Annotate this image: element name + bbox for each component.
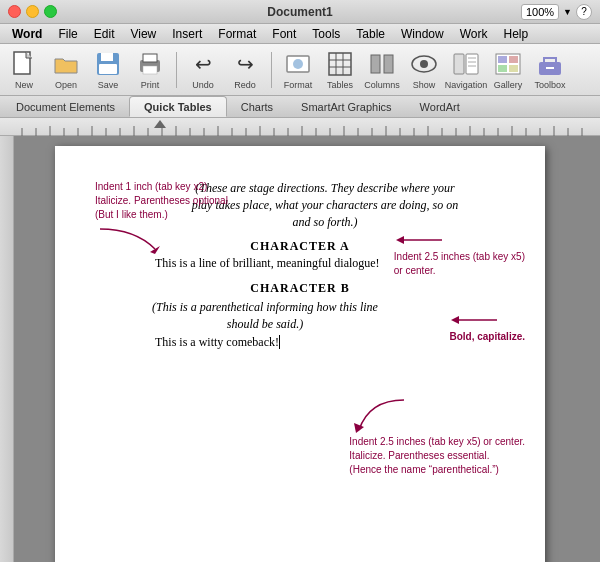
columns-button[interactable]: Columns	[362, 47, 402, 93]
svg-rect-2	[101, 53, 113, 61]
gallery-label: Gallery	[494, 80, 523, 90]
navigation-icon	[452, 50, 480, 78]
character-b-name: CHARACTER B	[95, 280, 505, 297]
annotation-arrow-container	[349, 395, 525, 435]
print-button[interactable]: Print	[130, 47, 170, 93]
tables-icon	[326, 50, 354, 78]
save-button[interactable]: Save	[88, 47, 128, 93]
new-button[interactable]: New	[4, 47, 44, 93]
annotation-right-text-3b: Italicize. Parentheses essential.	[349, 449, 525, 463]
annotation-text-3: (But I like them.)	[95, 208, 228, 222]
zoom-dropdown-icon[interactable]: ▼	[563, 7, 572, 17]
arrow-icon-2	[449, 310, 499, 330]
menu-insert[interactable]: Insert	[164, 25, 210, 43]
tab-charts[interactable]: Charts	[227, 96, 287, 117]
undo-label: Undo	[192, 80, 214, 90]
navigation-label: Navigation	[445, 80, 488, 90]
new-label: New	[15, 80, 33, 90]
tables-button[interactable]: Tables	[320, 47, 360, 93]
print-icon	[136, 50, 164, 78]
annotation-text-1: Indent 1 inch (tab key x2)	[95, 180, 228, 194]
columns-icon	[368, 50, 396, 78]
tab-wordart[interactable]: WordArt	[406, 96, 474, 117]
toolbar-separator-2	[271, 52, 272, 88]
minimize-button[interactable]	[26, 5, 39, 18]
menu-view[interactable]: View	[122, 25, 164, 43]
menu-table[interactable]: Table	[348, 25, 393, 43]
format-icon	[284, 50, 312, 78]
arrow-icon-1	[394, 230, 444, 250]
gallery-icon	[494, 50, 522, 78]
open-label: Open	[55, 80, 77, 90]
menu-work[interactable]: Work	[452, 25, 496, 43]
menu-word[interactable]: Word	[4, 25, 50, 43]
undo-button[interactable]: ↩ Undo	[183, 47, 223, 93]
svg-rect-9	[329, 53, 351, 75]
menu-format[interactable]: Format	[210, 25, 264, 43]
maximize-button[interactable]	[44, 5, 57, 18]
open-icon	[52, 50, 80, 78]
svg-rect-26	[498, 65, 507, 72]
svg-rect-29	[544, 58, 556, 64]
gallery-button[interactable]: Gallery	[488, 47, 528, 93]
svg-rect-19	[466, 54, 478, 74]
close-button[interactable]	[8, 5, 21, 18]
character-b-section: CHARACTER B (This is a parenthetical inf…	[95, 280, 505, 351]
annotation-bold: Bold, capitalize.	[449, 310, 525, 344]
cursor	[279, 335, 283, 349]
svg-rect-6	[143, 66, 157, 74]
format-button[interactable]: Format	[278, 47, 318, 93]
svg-rect-25	[509, 56, 518, 63]
new-icon	[10, 50, 38, 78]
menu-font[interactable]: Font	[264, 25, 304, 43]
annotation-right-text-3c: (Hence the name “parenthetical.”)	[349, 463, 525, 477]
ruler	[0, 118, 600, 136]
document-page[interactable]: Indent 1 inch (tab key x2) Italicize. Pa…	[55, 146, 545, 562]
toolbox-button[interactable]: Toolbox	[530, 47, 570, 93]
svg-marker-80	[354, 423, 364, 433]
navigation-button[interactable]: Navigation	[446, 47, 486, 93]
curl-arrow-icon-2	[349, 395, 409, 435]
title-bar: Document1 100% ▼ ?	[0, 0, 600, 24]
menu-file[interactable]: File	[50, 25, 85, 43]
tables-label: Tables	[327, 80, 353, 90]
window-title: Document1	[267, 5, 332, 19]
save-label: Save	[98, 80, 119, 90]
parenthetical-text: (This is a parenthetical informing how t…	[135, 299, 395, 333]
left-ruler	[0, 136, 14, 562]
svg-rect-24	[498, 56, 507, 63]
zoom-value[interactable]: 100%	[521, 4, 559, 20]
undo-icon: ↩	[189, 50, 217, 78]
tab-smartart[interactable]: SmartArt Graphics	[287, 96, 405, 117]
svg-rect-27	[509, 65, 518, 72]
svg-rect-31	[8, 118, 592, 136]
annotation-text-2: Italicize. Parentheses optional	[95, 194, 228, 208]
toolbar-separator-1	[176, 52, 177, 88]
svg-rect-3	[99, 64, 117, 74]
help-button[interactable]: ?	[576, 4, 592, 20]
svg-rect-18	[454, 54, 464, 74]
open-button[interactable]: Open	[46, 47, 86, 93]
annotation-right-text-1b: or center.	[394, 264, 525, 278]
tab-document-elements[interactable]: Document Elements	[2, 96, 129, 117]
toolbar: New Open Save Print ↩ Undo ↪ R	[0, 44, 600, 96]
svg-marker-75	[150, 246, 160, 254]
redo-icon: ↪	[231, 50, 259, 78]
show-label: Show	[413, 80, 436, 90]
menu-window[interactable]: Window	[393, 25, 452, 43]
toolbar-group-file: New Open Save Print	[4, 47, 170, 93]
svg-point-8	[293, 59, 303, 69]
annotation-indent: Indent 1 inch (tab key x2) Italicize. Pa…	[95, 180, 228, 254]
svg-rect-5	[143, 54, 157, 62]
redo-button[interactable]: ↪ Redo	[225, 47, 265, 93]
save-icon	[94, 50, 122, 78]
menu-help[interactable]: Help	[496, 25, 537, 43]
show-button[interactable]: Show	[404, 47, 444, 93]
menu-edit[interactable]: Edit	[86, 25, 123, 43]
annotation-right-text-3: Indent 2.5 inches (tab key x5) or center…	[349, 435, 525, 449]
svg-point-17	[420, 60, 428, 68]
svg-rect-15	[384, 55, 393, 73]
svg-marker-79	[451, 316, 459, 324]
tab-quick-tables[interactable]: Quick Tables	[129, 96, 227, 117]
menu-tools[interactable]: Tools	[304, 25, 348, 43]
